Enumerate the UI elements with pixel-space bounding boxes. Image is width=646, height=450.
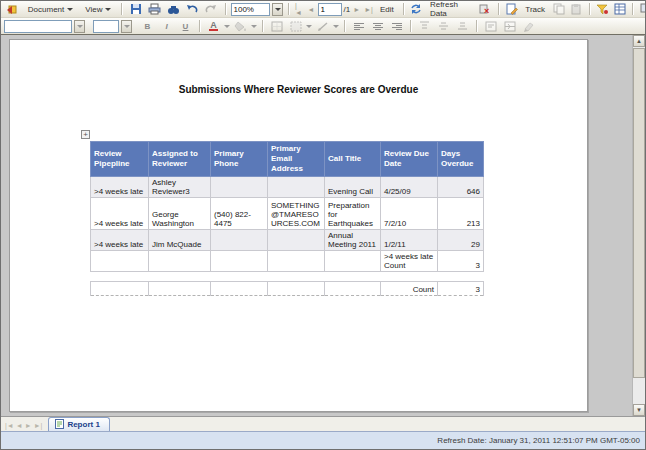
scroll-down-icon[interactable]: ▼ <box>633 404 645 416</box>
font-name-combobox[interactable] <box>4 20 72 33</box>
table-cell: >4 weeks late <box>91 198 149 230</box>
italic-button[interactable]: I <box>158 19 175 34</box>
table-cell: 4/25/09 <box>381 177 438 198</box>
zoom-value: 100% <box>234 5 254 14</box>
document-menu-label: Document <box>28 5 64 14</box>
wrap-text-button[interactable] <box>482 19 499 34</box>
edit-button[interactable]: Edit <box>376 4 398 15</box>
font-size-dropdown-arrow[interactable] <box>121 20 132 33</box>
next-page-button[interactable]: ► <box>352 6 361 13</box>
track-changes-button[interactable]: Track <box>521 4 549 15</box>
align-center-icon <box>373 23 383 30</box>
align-bottom-button[interactable] <box>454 19 471 34</box>
table-cell: SOMETHING@TMARESOURCES.COM <box>268 198 325 230</box>
report-tab-label: Report 1 <box>67 420 99 429</box>
line-style-button[interactable] <box>314 19 331 34</box>
find-icon[interactable] <box>165 2 182 17</box>
report-viewer-window: Document View <box>0 0 646 450</box>
total-label-cell: Count <box>381 282 438 296</box>
toolbar-separator <box>225 3 226 15</box>
align-top-button[interactable] <box>416 19 433 34</box>
table-cell <box>91 251 149 272</box>
refresh-data-button[interactable]: Refresh Data <box>426 0 476 19</box>
subtotal-value-cell: 3 <box>438 251 484 272</box>
zoom-combobox[interactable]: 100% <box>231 3 271 16</box>
first-page-button[interactable]: |◄ <box>294 2 305 16</box>
format-painter-button[interactable] <box>520 19 537 34</box>
toolbar-separator <box>344 20 345 32</box>
table-cell <box>325 251 381 272</box>
font-name-dropdown-arrow[interactable] <box>74 20 85 33</box>
toolbar-separator <box>121 3 122 15</box>
data-grid-icon[interactable] <box>612 2 627 17</box>
bold-label: B <box>143 22 153 31</box>
redo-button[interactable] <box>203 2 220 17</box>
chevron-down-icon[interactable] <box>224 25 230 28</box>
table-cell: Evening Call <box>325 177 381 198</box>
fill-color-button[interactable] <box>232 19 249 34</box>
font-color-icon: A <box>209 22 218 31</box>
column-header: Review Pipepline <box>91 142 149 177</box>
italic-label: I <box>163 22 169 31</box>
purge-data-icon[interactable]: × <box>478 2 493 17</box>
table-cell: Jim McQuade <box>149 230 211 251</box>
vertical-scrollbar[interactable]: ▲ ▼ <box>632 35 645 416</box>
borders-button[interactable] <box>268 19 285 34</box>
table-cell: >4 weeks late <box>91 230 149 251</box>
svg-text:×: × <box>484 6 489 15</box>
align-right-button[interactable] <box>388 19 405 34</box>
toolbar-left-group: Document View <box>4 2 374 17</box>
refresh-date-status: Refresh Date: January 31, 2011 12:51:07 … <box>437 436 640 445</box>
previous-tab-button[interactable]: ◄ <box>16 422 23 429</box>
table-cell <box>149 251 211 272</box>
copy-icon[interactable] <box>551 2 566 17</box>
view-menu[interactable]: View <box>80 3 116 16</box>
app-icon <box>4 2 21 17</box>
align-center-button[interactable] <box>369 19 386 34</box>
align-middle-button[interactable] <box>435 19 452 34</box>
last-page-button[interactable]: ►| <box>363 6 374 13</box>
toolbar-separator <box>589 3 590 15</box>
tab-report-1[interactable]: Report 1 <box>48 417 109 431</box>
scrollbar-thumb[interactable] <box>633 48 645 378</box>
font-color-button[interactable]: A <box>205 19 222 34</box>
font-size-combobox[interactable] <box>93 20 119 33</box>
toolbar-separator <box>403 3 404 15</box>
table-cell: >4 weeks late <box>91 177 149 198</box>
filter-icon[interactable] <box>595 2 610 17</box>
first-tab-button[interactable]: |◄ <box>5 422 14 429</box>
track-icon <box>504 2 519 17</box>
undo-button[interactable] <box>184 2 201 17</box>
print-button[interactable] <box>146 2 163 17</box>
format-toolbar: B I U A <box>1 18 645 34</box>
scroll-up-icon[interactable]: ▲ <box>633 35 645 47</box>
toolbar-separator <box>498 3 499 15</box>
underline-button[interactable]: U <box>177 19 194 34</box>
table-cell <box>211 282 268 296</box>
table-cell: 1/2/11 <box>381 230 438 251</box>
next-tab-button[interactable]: ► <box>25 422 32 429</box>
chevron-down-icon[interactable] <box>306 25 312 28</box>
document-menu[interactable]: Document <box>23 3 78 16</box>
spacer-row <box>91 272 484 282</box>
chevron-down-icon[interactable] <box>333 25 339 28</box>
table-cell: (540) 822-4475 <box>211 198 268 230</box>
spacer-cell <box>91 272 484 282</box>
previous-page-button[interactable]: ◄ <box>307 6 316 13</box>
align-left-button[interactable] <box>350 19 367 34</box>
merge-cells-button[interactable] <box>501 19 518 34</box>
zoom-dropdown-arrow[interactable] <box>272 3 283 16</box>
paste-icon[interactable] <box>568 2 583 17</box>
chevron-down-icon[interactable] <box>251 25 257 28</box>
chevron-down-icon <box>275 8 281 11</box>
bold-button[interactable]: B <box>139 19 156 34</box>
table-expand-icon[interactable]: + <box>81 130 90 139</box>
align-left-icon <box>354 23 364 30</box>
last-tab-button[interactable]: ►| <box>34 422 43 429</box>
toolbar-separator <box>262 20 263 32</box>
drill-mode-icon[interactable] <box>638 2 646 17</box>
page-number-input[interactable] <box>318 3 342 16</box>
save-button[interactable] <box>127 2 144 17</box>
document-viewport: Submissions Where Reviewer Scores are Ov… <box>1 35 645 416</box>
background-pattern-button[interactable] <box>287 19 304 34</box>
